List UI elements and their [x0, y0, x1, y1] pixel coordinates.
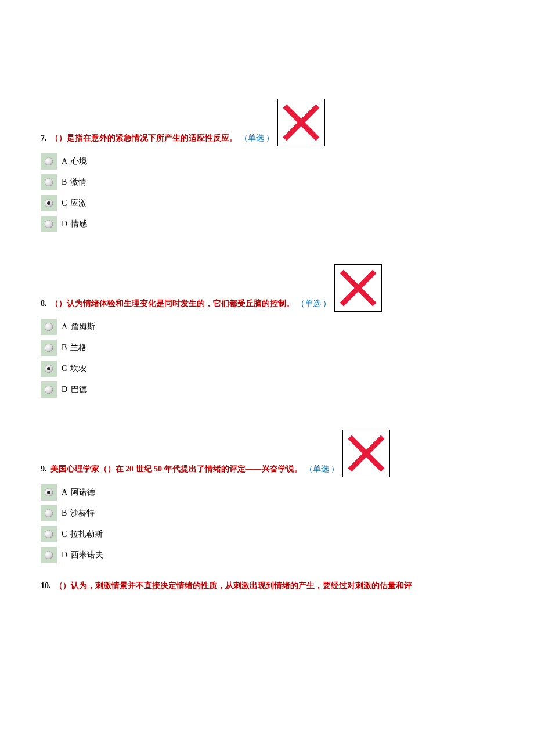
question-7-option-c-label: C 应激	[62, 198, 86, 208]
radio-icon-selected	[41, 195, 57, 211]
question-7-header: 7. （）是指在意外的紧急情况下所产生的适应性反应。 （单选 ）	[41, 99, 493, 145]
question-7-text: （）是指在意外的紧急情况下所产生的适应性反应。	[50, 131, 237, 145]
question-8-option-a-label: A 詹姆斯	[62, 322, 95, 332]
question-7-type: （单选 ）	[240, 131, 275, 145]
x-mark-icon	[338, 268, 378, 308]
question-9-type: （单选 ）	[305, 462, 340, 476]
question-8-option-d[interactable]: D 巴德	[41, 381, 493, 398]
question-8-header: 8. （）认为情绪体验和生理变化是同时发生的，它们都受丘脑的控制。 （单选 ）	[41, 264, 493, 311]
radio-icon-selected	[41, 361, 57, 377]
question-9-number: 9.	[41, 462, 47, 476]
question-8-option-c-label: C 坎农	[62, 363, 86, 374]
question-9-result-wrong	[342, 430, 390, 477]
question-7-result-wrong	[277, 99, 325, 146]
question-9-text: 美国心理学家（）在 20 世纪 50 年代提出了情绪的评定——兴奋学说。	[50, 462, 302, 476]
question-8-option-d-label: D 巴德	[62, 384, 87, 395]
x-mark-icon	[347, 434, 386, 473]
question-9-option-a-label: A 阿诺德	[62, 487, 95, 498]
question-7-option-c[interactable]: C 应激	[41, 195, 493, 211]
question-8-option-b[interactable]: B 兰格	[41, 340, 493, 356]
question-10-number: 10.	[41, 578, 51, 593]
radio-icon	[41, 319, 57, 335]
question-8-option-a[interactable]: A 詹姆斯	[41, 319, 493, 335]
question-9-option-a[interactable]: A 阿诺德	[41, 484, 493, 501]
x-mark-icon	[282, 103, 321, 142]
question-7-option-d-label: D 情感	[62, 219, 87, 229]
question-9-option-d[interactable]: D 西米诺夫	[41, 547, 493, 563]
radio-icon	[41, 340, 57, 356]
radio-icon	[41, 526, 57, 542]
radio-icon	[41, 547, 57, 563]
question-9-option-b[interactable]: B 沙赫特	[41, 505, 493, 521]
question-8-option-b-label: B 兰格	[62, 343, 86, 353]
question-9-option-b-label: B 沙赫特	[62, 508, 95, 519]
question-9-header: 9. 美国心理学家（）在 20 世纪 50 年代提出了情绪的评定——兴奋学说。 …	[41, 430, 493, 476]
question-7-option-a[interactable]: A 心境	[41, 153, 493, 170]
question-8-number: 8.	[41, 296, 47, 311]
radio-icon	[41, 505, 57, 521]
question-7-option-b-label: B 激情	[62, 177, 86, 188]
question-8-option-c[interactable]: C 坎农	[41, 361, 493, 377]
radio-icon	[41, 153, 57, 170]
question-7-option-a-label: A 心境	[62, 156, 87, 167]
question-8-type: （单选 ）	[297, 296, 331, 311]
question-8-text: （）认为情绪体验和生理变化是同时发生的，它们都受丘脑的控制。	[50, 296, 294, 311]
question-7-number: 7.	[41, 131, 47, 145]
radio-icon-selected	[41, 484, 57, 501]
question-9-option-d-label: D 西米诺夫	[62, 550, 103, 560]
question-10-text: （）认为，刺激情景并不直接决定情绪的性质，从刺激出现到情绪的产生，要经过对刺激的…	[55, 578, 412, 593]
radio-icon	[41, 381, 57, 398]
question-9-option-c[interactable]: C 拉扎勒斯	[41, 526, 493, 542]
question-7-option-d[interactable]: D 情感	[41, 216, 493, 232]
question-9-option-c-label: C 拉扎勒斯	[62, 529, 103, 539]
question-10-header: 10. （）认为，刺激情景并不直接决定情绪的性质，从刺激出现到情绪的产生，要经过…	[41, 578, 493, 593]
question-7-option-b[interactable]: B 激情	[41, 174, 493, 190]
radio-icon	[41, 216, 57, 232]
question-8-result-wrong	[334, 264, 382, 312]
radio-icon	[41, 174, 57, 190]
